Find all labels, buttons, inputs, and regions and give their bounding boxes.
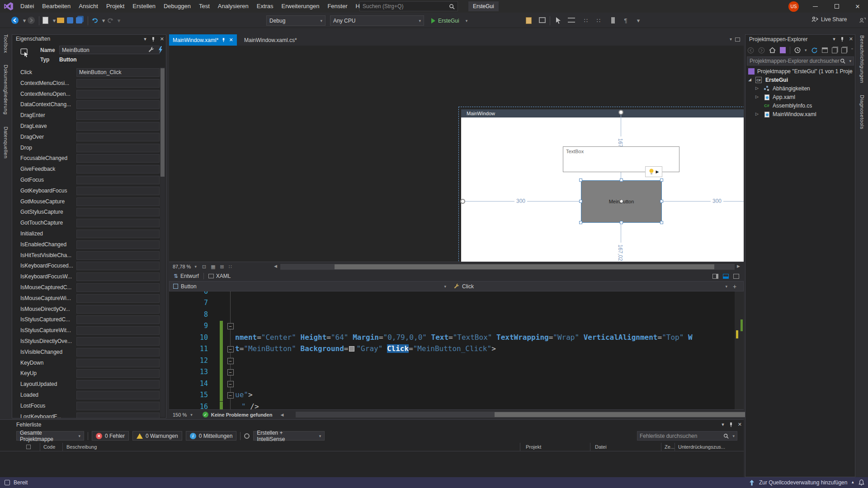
resize-handle[interactable] xyxy=(660,221,663,224)
show-all-files-icon[interactable] xyxy=(832,47,837,53)
error-search-input[interactable]: Fehlerliste durchsuchen ▾ xyxy=(637,431,737,441)
panel-close-icon[interactable]: ✕ xyxy=(738,422,742,427)
pending-changes-filter-icon[interactable] xyxy=(794,47,801,53)
menu-item[interactable]: Bearbeiten xyxy=(38,3,75,9)
tab-list-dropdown-icon[interactable]: ▾ xyxy=(730,37,732,42)
event-row[interactable]: IsMouseCaptureWi... xyxy=(12,293,160,304)
resize-handle[interactable] xyxy=(620,221,623,224)
event-handler-input[interactable] xyxy=(76,90,160,99)
tool-window-tab[interactable]: Diagnosetools xyxy=(859,95,865,129)
column-beschreibung[interactable]: Beschreibung xyxy=(66,444,97,450)
source-control-flyout-icon[interactable]: ▾ xyxy=(852,480,854,485)
event-row[interactable]: KeyUp xyxy=(12,368,160,379)
event-row[interactable]: DataContextChang... xyxy=(12,99,160,110)
event-handler-input[interactable] xyxy=(76,337,160,346)
resize-handle[interactable] xyxy=(660,178,663,182)
event-row[interactable]: DragEnter xyxy=(12,110,160,121)
undo-dropdown-icon[interactable]: ▾ xyxy=(100,17,107,24)
properties-scrollbar[interactable] xyxy=(160,67,165,417)
event-handler-input[interactable] xyxy=(76,315,160,324)
event-row[interactable]: Initialized xyxy=(12,229,160,239)
anchor-top-icon[interactable] xyxy=(618,110,623,115)
refresh-errors-icon[interactable] xyxy=(244,433,250,439)
event-row[interactable]: IsMouseDirectlyOv... xyxy=(12,304,160,315)
navigate-forward-icon[interactable] xyxy=(27,16,35,24)
close-button[interactable]: ✕ xyxy=(847,0,868,13)
tree-item-assemblyinfo[interactable]: C# AssemblyInfo.cs xyxy=(745,102,855,110)
designer-h-scrollbar[interactable] xyxy=(280,264,735,270)
save-icon[interactable] xyxy=(67,17,73,23)
column-datei[interactable]: Datei xyxy=(595,444,607,450)
menu-item[interactable]: Test xyxy=(195,3,214,9)
designer-zoom-select[interactable]: 87,78 % xyxy=(173,264,191,269)
snap-grid-icon[interactable]: ⊞ xyxy=(220,264,224,270)
resize-handle[interactable] xyxy=(579,178,582,182)
quick-search-input[interactable]: Suchen (Strg+Q) xyxy=(359,1,458,11)
menu-item[interactable]: Datei xyxy=(16,3,38,9)
feedback-badge[interactable]: ErsteGui xyxy=(468,1,499,11)
column-projekt[interactable]: Projekt xyxy=(526,444,541,450)
event-row[interactable]: GotTouchCapture xyxy=(12,218,160,229)
event-row[interactable]: GotStylusCapture xyxy=(12,207,160,218)
solution-configuration-select[interactable]: Debug▾ xyxy=(266,15,326,26)
user-avatar[interactable]: US xyxy=(788,1,799,12)
event-row[interactable]: GotKeyboardFocus xyxy=(12,186,160,197)
find-in-files-icon[interactable] xyxy=(539,17,546,23)
event-row[interactable]: IsHitTestVisibleCha... xyxy=(12,250,160,261)
panel-menu-icon[interactable]: ▾ xyxy=(144,36,146,42)
event-handler-input[interactable] xyxy=(76,230,160,238)
bookmark-icon[interactable] xyxy=(611,17,615,23)
anchor-left-icon[interactable] xyxy=(460,199,465,204)
maximize-button[interactable] xyxy=(826,0,847,13)
expander-icon[interactable]: ▷ xyxy=(755,112,759,116)
breadcrumb-element-select[interactable]: Button ▾ xyxy=(170,282,450,291)
scroll-left-icon[interactable]: ◀ xyxy=(280,413,283,417)
comment-icon[interactable]: ¶ xyxy=(622,17,629,24)
warnings-filter-toggle[interactable]: 0 Warnungen xyxy=(132,431,182,441)
event-row[interactable]: Click MeinButton_Click xyxy=(12,67,160,78)
event-handler-input[interactable] xyxy=(76,176,160,184)
build-intellisense-select[interactable]: Erstellen + IntelliSense▾ xyxy=(253,431,325,441)
expand-pane-icon[interactable] xyxy=(733,274,739,279)
event-row[interactable]: DragLeave xyxy=(12,121,160,132)
event-handler-input[interactable] xyxy=(76,165,160,174)
panel-close-icon[interactable]: ✕ xyxy=(160,36,164,42)
event-handler-input[interactable] xyxy=(76,326,160,335)
name-input[interactable]: MeinButton xyxy=(59,46,160,54)
home-icon[interactable] xyxy=(769,47,776,53)
toolbar-overflow-icon[interactable]: ▾ xyxy=(635,17,642,24)
errors-filter-toggle[interactable]: ✕ 0 Fehler xyxy=(92,431,129,441)
event-row[interactable]: ContextMenuClosi... xyxy=(12,78,160,89)
new-project-icon[interactable] xyxy=(42,17,48,24)
solution-platform-select[interactable]: Any CPU▾ xyxy=(330,15,424,26)
event-handler-input[interactable] xyxy=(76,240,160,249)
menu-item[interactable]: Debuggen xyxy=(160,3,195,9)
event-handler-input[interactable] xyxy=(76,100,160,109)
event-handler-input[interactable] xyxy=(76,79,160,88)
column-zeile[interactable]: Ze... xyxy=(665,444,675,450)
menu-item[interactable]: Extras xyxy=(253,3,278,9)
event-handler-input[interactable] xyxy=(76,133,160,141)
expander-icon[interactable]: ◢ xyxy=(748,77,751,82)
panel-close-icon[interactable]: ✕ xyxy=(849,36,853,42)
error-scope-select[interactable]: Gesamte Projektmappe▾ xyxy=(16,431,84,441)
save-all-icon[interactable] xyxy=(76,17,82,23)
event-row[interactable]: GotFocus xyxy=(12,175,160,186)
event-row[interactable]: IsStylusCapturedC... xyxy=(12,314,160,325)
notifications-bell-icon[interactable] xyxy=(859,479,864,486)
collapse-all-icon[interactable] xyxy=(822,47,828,53)
pin-icon[interactable] xyxy=(151,37,156,42)
event-handler-input[interactable] xyxy=(76,144,160,152)
panel-menu-icon[interactable]: ▾ xyxy=(722,422,724,427)
event-handler-input[interactable] xyxy=(76,359,160,367)
editor-zoom-select[interactable]: 150 % xyxy=(173,412,187,418)
editor-h-scrollbar[interactable] xyxy=(296,412,753,418)
editor-v-scrollbar[interactable] xyxy=(735,291,744,409)
tab-mainwindow-xaml-cs[interactable]: MainWindow.xaml.cs* xyxy=(241,34,301,46)
event-handler-input[interactable] xyxy=(76,197,160,206)
resize-handle[interactable] xyxy=(579,200,582,203)
start-debugging-button[interactable]: ErsteGui ▾ xyxy=(429,15,470,26)
event-row[interactable]: FocusableChanged xyxy=(12,153,160,164)
tree-item-solution[interactable]: Projektmappe "ErsteGui" (1 von 1 Proje xyxy=(745,67,855,76)
minimize-button[interactable] xyxy=(805,0,826,13)
